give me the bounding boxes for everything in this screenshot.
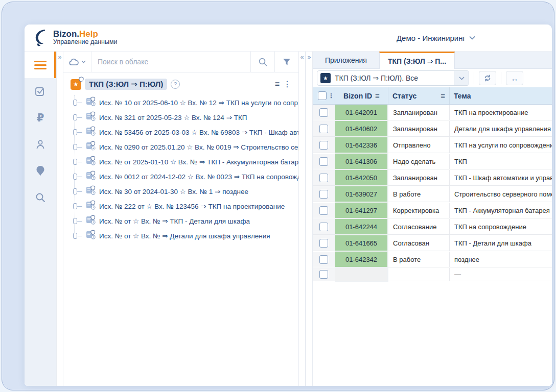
status-cell[interactable]: Запланирован [388,105,450,120]
refresh-button[interactable] [479,71,496,85]
workspace-selector[interactable]: Демо - Инжиниринг [397,34,475,42]
sidebar-item-search[interactable] [25,184,56,211]
view-select-chevron[interactable] [454,71,469,85]
expand-width-button[interactable]: ↔ [506,71,523,85]
bizon-id-cell[interactable]: 01-642050 [335,170,388,186]
table-row[interactable]: 01-642244 Согласование ТКП на сопровожде… [313,219,552,235]
tree-item[interactable]: Исх. № от 2025-01-10 ☆ Вх. № ⇒ ТКП - Акк… [71,154,298,169]
select-all-checkbox[interactable] [318,91,327,100]
column-kebab-icon[interactable]: ⋮ [328,92,334,100]
tree-expand-handle[interactable] [73,159,77,165]
row-checkbox[interactable] [319,206,328,215]
left-expand-splitter[interactable]: » [56,52,63,386]
theme-cell[interactable]: ТКП на сопровождение [450,219,552,235]
bizon-id-cell[interactable]: 01-642091 [335,105,388,121]
theme-cell[interactable]: ТКП на проектирование [450,105,552,120]
row-checkbox[interactable] [319,141,328,150]
tree-item[interactable]: Исх. № 222 от ☆ Вх. № 123456 ⇒ ТКП на пр… [71,199,298,213]
table-row[interactable]: 01-642342 В работе позднее [313,252,552,268]
theme-cell[interactable]: ТКП [450,154,552,169]
theme-cell[interactable]: ТКП - Шкаф автоматики и управления [450,170,552,186]
tree-expand-handle[interactable] [73,144,77,150]
theme-cell[interactable]: ТКП - Аккумуляторная батарея [450,203,552,218]
theme-cell[interactable]: Строительство серверного помещения [450,186,552,202]
help-icon[interactable]: ? [171,80,180,89]
status-cell[interactable]: Отправлено [388,137,450,153]
sidebar-item-location[interactable] [25,158,56,184]
tree-menu-icon[interactable]: ≡ [275,80,280,88]
status-cell[interactable]: Надо сделать [388,154,450,169]
search-input[interactable] [91,58,250,66]
status-cell[interactable]: Корректировка [388,203,450,218]
table-row[interactable]: 01-642050 Запланирован ТКП - Шкаф автома… [313,170,552,186]
header-bizon-id[interactable]: Bizon ID ≡ [335,87,388,104]
tree-item[interactable]: Исх. № от ☆ Вх. № ⇒ Детали для шкафа упр… [71,228,298,243]
table-row[interactable]: 01-639027 В работе Строительство серверн… [313,186,552,203]
row-checkbox[interactable] [319,157,328,166]
search-submit-button[interactable] [250,52,274,72]
bizon-id-cell[interactable]: 01-642336 [335,137,388,154]
table-row[interactable]: 01-641297 Корректировка ТКП - Аккумулято… [313,203,552,219]
sidebar-item-contacts[interactable] [25,131,56,158]
cloud-source-dropdown[interactable] [63,52,91,72]
tree-title[interactable]: ТКП (З:ЮЛ ⇒ П:ЮЛ) [85,79,167,90]
row-checkbox[interactable] [319,270,328,279]
tree-item[interactable]: Исх. № 30 от 2024-01-30 ☆ Вх. № 1 ⇒ позд… [71,184,298,199]
row-checkbox[interactable] [319,174,328,182]
filter-button[interactable] [274,52,298,72]
bizon-id-cell[interactable]: 01-641665 [335,235,388,252]
status-cell[interactable]: В работе [388,252,450,267]
table-row[interactable]: 01-641665 Согласован ТКП - Детали для шк… [313,235,552,252]
tree-expand-handle[interactable] [73,174,77,180]
bizon-id-cell[interactable]: 01-641297 [335,203,388,219]
sidebar-item-finance[interactable]: ₽ [25,105,56,131]
status-cell[interactable]: Запланирован [388,121,450,137]
row-checkbox[interactable] [319,239,328,248]
view-select[interactable]: ★ ТКП (З:ЮЛ ⇒ П:ЮЛ). Все [317,70,469,86]
row-checkbox[interactable] [319,190,328,199]
tree-item[interactable]: Исх. № 0012 от 2024-12-02 ☆ Вх. № 0023 ⇒… [71,169,298,184]
table-row[interactable]: 01-641306 Надо сделать ТКП [313,154,552,170]
tree-item[interactable]: Исх. № от ☆ Вх. № ⇒ ТКП - Детали для шка… [71,213,298,228]
header-status[interactable]: Статус ≡ [388,87,450,104]
theme-cell[interactable]: Детали для шкафа управления [450,121,552,137]
column-menu-icon[interactable]: ≡ [375,91,380,100]
tree-item[interactable]: Исх. № 0290 от 2025.01.20 ☆ Вх. № 0019 ⇒… [71,139,298,154]
tab-applications[interactable]: Приложения [313,52,379,68]
row-checkbox[interactable] [319,108,328,117]
tree-expand-handle[interactable] [73,218,77,224]
header-theme[interactable]: Тема [450,87,552,104]
tree-expand-handle[interactable] [73,114,77,120]
tree-expand-handle[interactable] [73,129,77,135]
status-cell[interactable]: Согласование [388,219,450,235]
tree-kebab-icon[interactable]: ⋮ [283,80,291,88]
status-cell[interactable]: Запланирован [388,170,450,186]
status-cell[interactable]: Согласован [388,235,450,251]
sidebar-item-menu[interactable] [25,52,56,78]
tree-item[interactable]: Исх. № 10 от 2025-06-10 ☆ Вх. № 12 ⇒ ТКП… [71,95,298,110]
table-row[interactable]: 01-640602 Запланирован Детали для шкафа … [313,121,552,137]
sidebar-item-tasks[interactable] [25,78,56,105]
tree-expand-handle[interactable] [73,233,77,239]
tree-item[interactable]: Исх. № 53456 от 2025-03-03 ☆ Вх. № 69803… [71,125,298,139]
collapse-right-splitter[interactable]: » [306,52,313,386]
tab-tkp-active[interactable]: ТКП (З:ЮЛ ⇒ П... [379,52,455,69]
tree-expand-handle[interactable] [73,188,77,194]
tree-expand-handle[interactable] [73,100,77,106]
status-cell[interactable]: В работе [388,186,450,202]
column-menu-icon[interactable]: ≡ [441,91,445,100]
row-checkbox[interactable] [319,255,328,264]
bizon-id-cell[interactable]: 01-639027 [335,186,388,203]
bizon-id-cell[interactable]: 01-640602 [335,121,388,137]
bizon-id-cell[interactable]: 01-642342 [335,252,388,268]
collapse-left-splitter[interactable]: « [298,52,306,386]
bizon-id-cell[interactable]: 01-641306 [335,154,388,170]
table-row[interactable]: 01-642336 Отправлено ТКП на услуги по со… [313,137,552,154]
table-row[interactable]: 01-642091 Запланирован ТКП на проектиров… [313,105,552,121]
tree-item[interactable]: Исх. № 321 от 2025-05-23 ☆ Вх. № 124 ⇒ Т… [71,110,298,125]
row-checkbox[interactable] [319,125,328,133]
theme-cell[interactable]: ТКП на услуги по сопровождению [450,137,552,153]
table-row-empty[interactable]: — [313,268,552,282]
bizon-id-cell[interactable]: 01-642244 [335,219,388,235]
theme-cell[interactable]: позднее [450,252,552,267]
